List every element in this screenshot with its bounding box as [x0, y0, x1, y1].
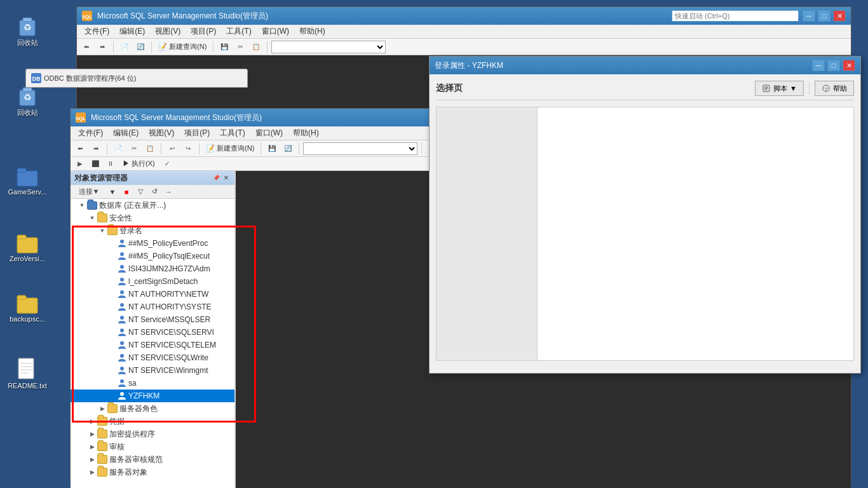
menu-view-back[interactable]: 视图(V)	[150, 25, 186, 38]
tb-main7[interactable]: 🔄	[281, 142, 295, 155]
desktop-icon-zeroversi[interactable]: ZeroVersi...	[5, 229, 50, 263]
tb-main2[interactable]: ➡	[89, 142, 103, 155]
ssms-back-titlebar[interactable]: SQL Microsoft SQL Server Management Stud…	[77, 7, 851, 25]
dialog-script-btn[interactable]: 脚本 ▼	[755, 81, 804, 96]
tree-node-db-root[interactable]: ▼ 数据库 (正在展开...)	[71, 199, 234, 212]
tb-main1[interactable]: ⬅	[73, 142, 87, 155]
dialog-close[interactable]: ✕	[843, 60, 855, 71]
odbc-window[interactable]: DB ODBC 数据源管理程序(64 位)	[25, 69, 248, 88]
menu-window-main[interactable]: 窗口(W)	[250, 126, 288, 140]
tree-node-login7[interactable]: NT Service\MSSQLSER	[71, 313, 234, 326]
tree-node-login5[interactable]: NT AUTHORITY\NETW	[71, 288, 234, 301]
svg-rect-11	[17, 295, 26, 299]
dialog-help-btn[interactable]: ? 帮助	[815, 81, 854, 96]
tree-node-crypto[interactable]: ▶ 加密提供程序	[71, 428, 234, 440]
dialog-minimize[interactable]: ─	[812, 60, 825, 71]
tb-main-redo[interactable]: ↪	[181, 142, 195, 155]
tree-node-login13[interactable]: YZFHKM	[71, 390, 234, 402]
tb-back1[interactable]: ⬅	[79, 41, 93, 53]
tb-main-undo[interactable]: ↩	[165, 142, 179, 155]
oe-forward-btn[interactable]: →	[162, 186, 175, 198]
tb-main3[interactable]: 📄	[111, 142, 125, 155]
menu-window-back[interactable]: 窗口(W)	[257, 25, 294, 38]
dialog-right-panel	[538, 107, 854, 361]
tb2-4[interactable]: ✓	[160, 158, 174, 170]
tree-node-logins[interactable]: ▼ 登录名	[71, 224, 234, 237]
oe-close-btn[interactable]: ✕	[222, 173, 231, 182]
tree-node-server-roles[interactable]: ▶ 服务器角色	[71, 402, 234, 415]
tree-node-login6[interactable]: NT AUTHORITY\SYSTE	[71, 301, 234, 313]
tree-node-login9[interactable]: NT SERVICE\SQLTELEM	[71, 339, 234, 351]
login-dialog[interactable]: 登录属性 - YZFHKM ─ □ ✕ 选择页 脚本 ▼	[429, 56, 861, 374]
oe-refresh-btn[interactable]: ↺	[148, 186, 161, 198]
tb-back4[interactable]: 🔄	[133, 41, 147, 53]
oe-stop-btn[interactable]: ■	[120, 186, 133, 198]
oe-filter-btn[interactable]: ▼	[106, 186, 119, 198]
svg-point-30	[120, 278, 124, 281]
menu-tools-back[interactable]: 工具(T)	[221, 25, 256, 38]
ssms-back-minimize[interactable]: ─	[803, 10, 815, 22]
menu-view-main[interactable]: 视图(V)	[144, 126, 179, 140]
database-selector-main[interactable]	[303, 142, 417, 155]
user-icon-l7	[118, 315, 126, 324]
expand-icon-l8	[107, 327, 118, 337]
tb-back7[interactable]: 📋	[249, 41, 263, 53]
dialog-titlebar[interactable]: 登录属性 - YZFHKM ─ □ ✕	[430, 57, 860, 74]
tree-node-audit-spec[interactable]: ▶ 服务器审核规范	[71, 453, 234, 466]
tree-node-server-obj[interactable]: ▶ 服务器对象	[71, 466, 234, 478]
oe-filter2-btn[interactable]: ▽	[134, 186, 147, 198]
dialog-maximize[interactable]: □	[827, 60, 840, 71]
tree-node-login2[interactable]: ##MS_PolicyTsqlExecut	[71, 250, 234, 262]
tree-node-login1[interactable]: ##MS_PolicyEventProc	[71, 237, 234, 250]
menu-file-back[interactable]: 文件(F)	[79, 25, 114, 38]
tree-node-login12[interactable]: sa	[71, 377, 234, 390]
tb2-1[interactable]: ▶	[73, 158, 87, 170]
new-query-btn-back[interactable]: 📝 新建查询(N)	[156, 42, 209, 51]
ssms-back-maximize[interactable]: □	[818, 10, 831, 22]
menu-tools-main[interactable]: 工具(T)	[215, 126, 250, 140]
menu-help-back[interactable]: 帮助(H)	[294, 25, 330, 38]
menu-edit-main[interactable]: 编辑(E)	[108, 126, 144, 140]
folder-icon-audit-spec	[97, 455, 107, 464]
menu-project-back[interactable]: 项目(P)	[186, 25, 221, 38]
tb-main4[interactable]: ✂	[127, 142, 141, 155]
tb2-3[interactable]: ⏸	[104, 158, 118, 170]
desktop-icon-gameserv[interactable]: GameServ...	[5, 162, 50, 196]
menu-edit-back[interactable]: 编辑(E)	[114, 25, 150, 38]
tree-node-login3[interactable]: ISI43IJMN2JHG7Z\Adm	[71, 262, 234, 275]
node-text-l8: NT SERVICE\SQLSERVI	[128, 328, 214, 337]
recycle2-label: 回收站	[17, 108, 38, 117]
tree-node-login4[interactable]: l_certSignSmDetach	[71, 275, 234, 288]
desktop-icon-recycle1[interactable]: ♻ 回收站	[5, 13, 50, 47]
menu-help-main[interactable]: 帮助(H)	[288, 126, 324, 140]
svg-rect-7	[17, 168, 26, 172]
tree-node-audit[interactable]: ▶ 审核	[71, 440, 234, 453]
desktop-icon-backups[interactable]: backupsc...	[5, 289, 50, 323]
tree-node-security[interactable]: ▼ 安全性	[71, 212, 234, 224]
svg-point-28	[120, 252, 124, 256]
tb-main5[interactable]: 📋	[143, 142, 157, 155]
tb-back2[interactable]: ➡	[95, 41, 109, 53]
tree-node-login11[interactable]: NT SERVICE\Winmgmt	[71, 364, 234, 377]
ssms-back-close[interactable]: ✕	[833, 10, 846, 22]
database-selector-back[interactable]	[271, 41, 386, 53]
tree-node-credentials[interactable]: ▶ 凭据	[71, 415, 234, 428]
folder-icon-server-obj	[97, 468, 107, 477]
tb-back3[interactable]: 📄	[118, 41, 132, 53]
oe-pin-btn[interactable]: 📌	[212, 173, 220, 182]
folder-icon-security	[97, 214, 107, 222]
tb2-2[interactable]: ⬛	[88, 158, 102, 170]
execute-btn[interactable]: ▶ 执行(X)	[119, 159, 159, 168]
desktop-icon-recycle2[interactable]: ♻ 回收站	[5, 83, 50, 117]
tree-node-login8[interactable]: NT SERVICE\SQLSERVI	[71, 326, 234, 339]
tb-back6[interactable]: ✂	[233, 41, 247, 53]
desktop-icon-readme[interactable]: README.txt	[5, 356, 50, 390]
ssms-back-search[interactable]	[672, 10, 799, 22]
menu-file-main[interactable]: 文件(F)	[73, 126, 108, 140]
tree-node-login10[interactable]: NT SERVICE\SQLWrite	[71, 351, 234, 364]
tb-main6[interactable]: 💾	[265, 142, 279, 155]
oe-connect-btn[interactable]: 连接▼	[73, 186, 105, 198]
tb-back5[interactable]: 💾	[217, 41, 231, 53]
new-query-btn-main[interactable]: 📝 新建查询(N)	[203, 144, 257, 153]
menu-project-main[interactable]: 项目(P)	[179, 126, 215, 140]
